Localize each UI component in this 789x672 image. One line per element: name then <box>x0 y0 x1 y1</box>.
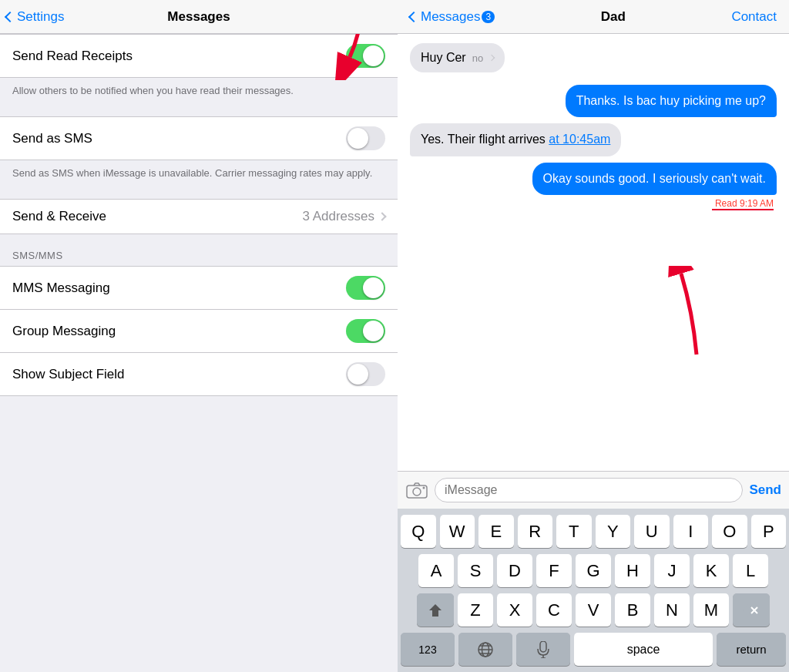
smsmms-group: MMS Messaging Group Messaging Show Subje… <box>0 266 398 396</box>
key-e[interactable]: E <box>478 515 514 548</box>
send-read-receipts-label: Send Read Receipts <box>12 49 133 64</box>
show-subject-field-item[interactable]: Show Subject Field <box>0 353 398 395</box>
settings-title: Messages <box>167 9 230 25</box>
mic-icon <box>537 641 549 658</box>
keyboard-bottom-row: 123 space return <box>401 633 786 666</box>
back-chevron-icon <box>5 11 15 22</box>
svg-rect-13 <box>540 641 546 652</box>
toggle-thumb-group <box>363 321 384 341</box>
mms-messaging-label: MMS Messaging <box>12 281 110 296</box>
send-read-receipts-toggle[interactable] <box>346 44 385 68</box>
messages-nav-bar: Messages 3 Dad Contact <box>398 0 789 34</box>
partial-time: no <box>472 52 483 64</box>
send-as-sms-toggle[interactable] <box>346 126 385 150</box>
space-key[interactable]: space <box>574 633 713 666</box>
key-f[interactable]: F <box>536 554 572 587</box>
key-v[interactable]: V <box>576 593 611 627</box>
toggle-thumb <box>363 45 384 66</box>
send-read-receipts-description: Allow others to be notified when you hav… <box>0 78 398 104</box>
svg-marker-5 <box>429 604 442 617</box>
send-as-sms-group: Send as SMS <box>0 116 398 160</box>
show-subject-field-label: Show Subject Field <box>12 367 125 382</box>
delete-key[interactable] <box>733 593 770 627</box>
partial-bubble-text: Huy Cer <box>421 51 466 65</box>
messages-badge: 3 <box>482 11 495 23</box>
bubble-incoming-1: Yes. Their flight arrives at 10:45am <box>410 123 621 156</box>
messages-back-button[interactable]: Messages 3 <box>410 9 495 25</box>
key-q[interactable]: Q <box>401 515 436 548</box>
partial-message-row: Huy Cer no <box>410 40 777 79</box>
send-as-sms-description: Send as SMS when iMessage is unavailable… <box>0 160 398 186</box>
key-j[interactable]: J <box>654 554 690 587</box>
settings-nav-bar: Settings Messages <box>0 0 398 34</box>
key-m[interactable]: M <box>693 593 729 627</box>
bubble-outgoing-2: Okay sounds good. I seriously can't wait… <box>532 163 777 195</box>
message-row-outgoing-1: Thanks. Is bac huy picking me up? <box>410 85 777 117</box>
partial-bubble: Huy Cer no <box>410 43 505 72</box>
camera-svg <box>406 482 428 499</box>
mic-key[interactable] <box>516 633 570 666</box>
key-t[interactable]: T <box>556 515 592 548</box>
group-messaging-toggle[interactable] <box>346 319 385 343</box>
key-d[interactable]: D <box>497 554 532 587</box>
key-k[interactable]: K <box>693 554 729 587</box>
flight-link[interactable]: at 10:45am <box>549 133 610 146</box>
send-read-receipts-item[interactable]: Send Read Receipts <box>0 35 398 77</box>
messages-title: Dad <box>601 9 626 25</box>
key-w[interactable]: W <box>440 515 475 548</box>
key-x[interactable]: X <box>497 593 532 627</box>
send-receive-item[interactable]: Send & Receive 3 Addresses <box>0 200 398 234</box>
mms-messaging-toggle[interactable] <box>346 276 385 300</box>
smsmms-section-header: SMS/MMS <box>0 234 398 266</box>
key-s[interactable]: S <box>458 554 493 587</box>
shift-key[interactable] <box>417 593 454 627</box>
message-input[interactable] <box>435 478 743 502</box>
svg-point-4 <box>423 487 425 489</box>
send-receive-value-text: 3 Addresses <box>302 209 374 224</box>
send-receive-chevron-icon <box>378 213 386 221</box>
messages-back-chevron-icon <box>408 11 419 22</box>
toggle-thumb-mms <box>363 277 384 298</box>
key-a[interactable]: A <box>418 554 454 587</box>
send-receive-group: Send & Receive 3 Addresses <box>0 199 398 234</box>
bubble-outgoing-1: Thanks. Is bac huy picking me up? <box>566 85 777 117</box>
message-input-area: Send <box>398 471 789 509</box>
key-i[interactable]: I <box>673 515 709 548</box>
input-area-wrapper: Send <box>398 471 789 509</box>
send-button[interactable]: Send <box>749 482 781 498</box>
group-messaging-item[interactable]: Group Messaging <box>0 310 398 353</box>
read-receipt-text: Read 9:19 AM <box>715 198 774 209</box>
key-r[interactable]: R <box>518 515 553 548</box>
send-as-sms-desc-text: Send as SMS when iMessage is unavailable… <box>12 167 372 179</box>
key-u[interactable]: U <box>634 515 670 548</box>
send-as-sms-item[interactable]: Send as SMS <box>0 117 398 160</box>
toggle-thumb-subject <box>347 364 368 385</box>
key-c[interactable]: C <box>536 593 572 627</box>
key-h[interactable]: H <box>615 554 650 587</box>
send-read-receipts-group: Send Read Receipts <box>0 34 398 78</box>
key-n[interactable]: N <box>654 593 690 627</box>
key-z[interactable]: Z <box>458 593 493 627</box>
partial-chevron-icon <box>489 55 495 61</box>
svg-point-3 <box>413 488 421 496</box>
return-key[interactable]: return <box>717 633 786 666</box>
key-b[interactable]: B <box>615 593 650 627</box>
send-as-sms-group-wrap: Send as SMS <box>0 116 398 160</box>
message-row-incoming-1: Yes. Their flight arrives at 10:45am <box>410 123 777 156</box>
settings-back-button[interactable]: Settings <box>6 9 64 25</box>
settings-back-label: Settings <box>17 9 64 25</box>
key-g[interactable]: G <box>576 554 611 587</box>
bubble-text-incoming-1: Yes. Their flight arrives <box>421 133 549 146</box>
globe-key[interactable] <box>458 633 512 666</box>
camera-icon[interactable] <box>405 481 428 499</box>
key-l[interactable]: L <box>733 554 768 587</box>
numbers-key[interactable]: 123 <box>401 633 455 666</box>
mms-messaging-item[interactable]: MMS Messaging <box>0 267 398 310</box>
contact-button[interactable]: Contact <box>731 9 777 25</box>
show-subject-field-toggle[interactable] <box>346 362 385 386</box>
key-y[interactable]: Y <box>596 515 631 548</box>
key-o[interactable]: O <box>712 515 747 548</box>
toggle-thumb-sms <box>347 128 368 149</box>
keyboard: Q W E R T Y U I O P A S D F G H J K L <box>398 509 789 672</box>
key-p[interactable]: P <box>751 515 787 548</box>
